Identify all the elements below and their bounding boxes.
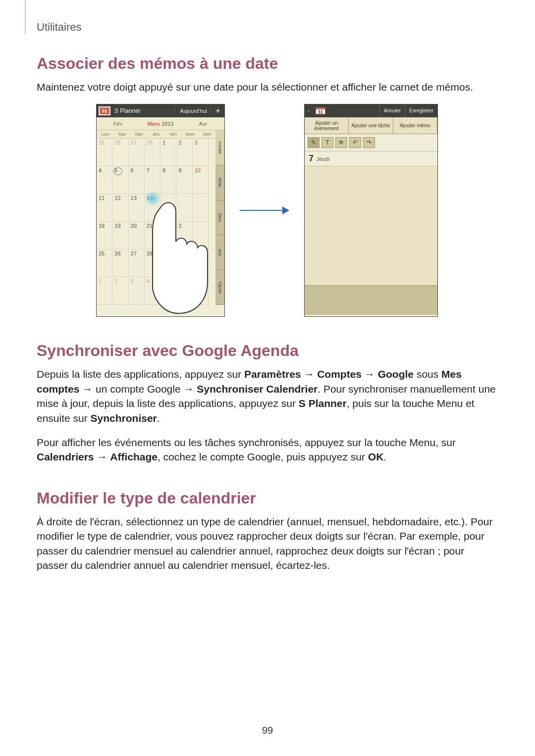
tab-add-event[interactable]: Ajouter un événement [305, 117, 349, 134]
day-cell[interactable]: 6 [129, 166, 145, 194]
section2-p1: Depuis la liste des applications, appuye… [37, 367, 497, 425]
heading-modify-calendar-type: Modifier le type de calendrier [37, 489, 497, 507]
save-button[interactable]: Enregistrer [405, 104, 437, 117]
hand-pointer-icon [151, 197, 250, 316]
dow: Ven [164, 130, 181, 138]
heading-sync-google: Synchroniser avec Google Agenda [37, 342, 497, 360]
current-month: Mars 2013 [139, 117, 182, 130]
breadcrumb: Utilitaires [37, 21, 81, 34]
tab-add-task[interactable]: Ajouter une tâche [349, 117, 393, 134]
next-month[interactable]: Avr [182, 117, 224, 130]
undo-tool-icon[interactable]: ↶ [349, 137, 361, 148]
calendar-app-title: S Planner [112, 107, 175, 114]
day-cell[interactable]: 9 [176, 166, 192, 194]
day-cell[interactable]: 26 [112, 250, 128, 277]
day-cell[interactable]: 10 [193, 166, 209, 194]
dow: Dim [199, 130, 215, 138]
day-cell[interactable]: 20 [129, 222, 145, 249]
day-cell[interactable]: 3 [129, 277, 145, 304]
add-button[interactable]: + [212, 104, 224, 117]
cancel-button[interactable]: Annuler [379, 104, 405, 117]
view-tab-year[interactable]: Année [215, 130, 224, 165]
day-cell[interactable]: 13 [129, 194, 145, 221]
day-cell[interactable]: 1 [97, 277, 112, 304]
day-cell[interactable]: 4 [97, 166, 112, 194]
calendar-small-icon: 31 [316, 107, 325, 114]
pen-tool-icon[interactable]: ✎ [308, 137, 320, 148]
tab-add-memo[interactable]: Ajouter mémo [393, 117, 437, 134]
dow: Mer [131, 130, 148, 138]
memo-day-name: Jeudi [317, 156, 329, 162]
day-cell[interactable]: 3 [193, 139, 209, 166]
day-cell[interactable]: 8 [160, 166, 176, 194]
day-cell[interactable]: 25 [97, 250, 112, 277]
day-cell[interactable]: 1 [160, 139, 176, 166]
dow: Lun [97, 130, 113, 138]
redo-tool-icon[interactable]: ↷ [363, 137, 375, 148]
section1-text: Maintenez votre doigt appuyé sur une dat… [37, 80, 497, 94]
page-number: 99 [0, 725, 535, 736]
day-cell-selected[interactable]: 7 [145, 166, 160, 194]
day-cell[interactable]: 19 [112, 222, 128, 249]
day-cell[interactable]: 28 [145, 139, 160, 166]
day-cell[interactable]: 27 [129, 139, 145, 166]
day-cell-today[interactable]: 5 [112, 166, 128, 194]
day-cell[interactable]: 25 [97, 139, 112, 166]
screenshot-memo: ‹ 31 Annuler Enregistrer Ajouter un évén… [304, 104, 438, 317]
heading-associate-memos: Associer des mémos à une date [37, 54, 497, 73]
memo-day-number: 7 [309, 153, 314, 164]
memo-footer [305, 285, 437, 315]
day-cell[interactable]: 2 [112, 277, 128, 304]
dow: Jeu [148, 130, 164, 138]
memo-canvas[interactable] [305, 166, 437, 285]
today-button[interactable]: Aujourd'hui [175, 108, 212, 114]
dow: Sam [181, 130, 198, 138]
screenshot-calendar: 31 S Planner Aujourd'hui + Fév Mars 2013… [96, 104, 225, 317]
text-tool-icon[interactable]: T [321, 137, 333, 148]
prev-month[interactable]: Fév [97, 117, 139, 130]
calendar-app-icon: 31 [100, 107, 109, 114]
day-cell[interactable]: 12 [112, 194, 128, 221]
day-cell[interactable]: 11 [97, 194, 112, 221]
day-cell[interactable]: 18 [97, 222, 112, 249]
day-cell[interactable]: 2 [176, 139, 192, 166]
day-cell[interactable]: 26 [112, 139, 128, 166]
day-cell[interactable]: 27 [129, 250, 145, 277]
section2-p2: Pour afficher les événements ou les tâch… [37, 435, 497, 464]
back-button[interactable]: ‹ [305, 107, 313, 114]
dow: Mar [113, 130, 130, 138]
view-tool-icon[interactable]: 👁 [335, 137, 347, 148]
view-tab-month[interactable]: Mois [215, 165, 224, 201]
section3-p1: À droite de l'écran, sélectionnez un typ… [37, 514, 497, 573]
